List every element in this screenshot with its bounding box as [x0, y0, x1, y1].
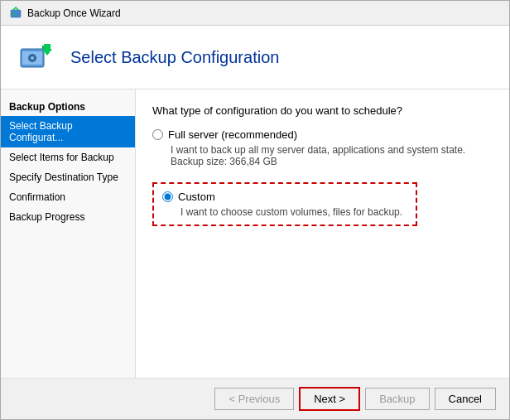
sidebar-item-select-config[interactable]: Select Backup Configurat... [1, 116, 135, 147]
svg-point-4 [31, 56, 34, 60]
sidebar-item-select-items[interactable]: Select Items for Backup [1, 147, 135, 167]
custom-desc: I want to choose custom volumes, files f… [180, 206, 407, 218]
header-icon [17, 37, 57, 77]
previous-button[interactable]: < Previous [214, 388, 294, 410]
sidebar-item-confirmation[interactable]: Confirmation [1, 187, 135, 207]
custom-option-row: Custom [162, 191, 407, 203]
title-bar-text: Backup Once Wizard [27, 7, 121, 19]
title-bar-icon [9, 7, 22, 20]
full-server-label[interactable]: Full server (recommended) [168, 128, 297, 141]
backup-button[interactable]: Backup [365, 388, 429, 410]
header-area: Select Backup Configuration [1, 26, 509, 89]
title-bar: Backup Once Wizard [1, 1, 509, 26]
full-server-size: Backup size: 366,84 GB [171, 156, 493, 167]
custom-label[interactable]: Custom [178, 191, 215, 203]
full-server-option-block: Full server (recommended) I want to back… [152, 128, 493, 167]
next-button[interactable]: Next > [299, 387, 360, 411]
question-text: What type of configuration do you want t… [152, 104, 493, 117]
page-title: Select Backup Configuration [70, 48, 279, 67]
main-content: What type of configuration do you want t… [136, 89, 509, 378]
radio-custom[interactable] [162, 191, 173, 202]
content-area: Backup Options Select Backup Configurat.… [1, 89, 509, 378]
cancel-button[interactable]: Cancel [435, 388, 496, 410]
full-server-desc: I want to back up all my server data, ap… [171, 144, 493, 156]
footer: < Previous Next > Backup Cancel [1, 378, 509, 419]
full-server-option-row: Full server (recommended) [152, 128, 493, 141]
sidebar: Backup Options Select Backup Configurat.… [1, 89, 136, 378]
window: Backup Once Wizard Select Backup Configu… [0, 0, 510, 420]
custom-option-box: Custom I want to choose custom volumes, … [152, 182, 417, 226]
sidebar-item-backup-progress[interactable]: Backup Progress [1, 207, 135, 227]
sidebar-section-label: Backup Options [1, 96, 135, 116]
radio-full-server[interactable] [152, 129, 163, 140]
sidebar-item-specify-dest[interactable]: Specify Destination Type [1, 167, 135, 187]
